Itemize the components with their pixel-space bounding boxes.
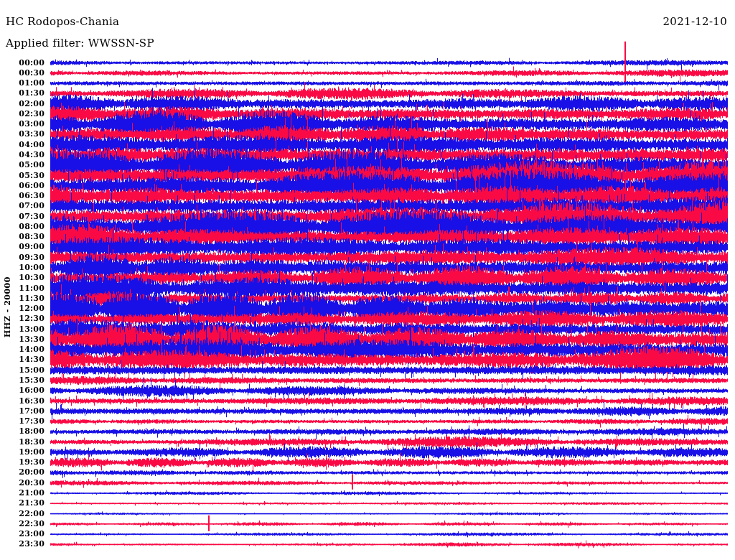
time-label-12-00: 12:00 xyxy=(0,304,45,313)
time-label-05-00: 05:00 xyxy=(0,161,45,169)
time-label-04-30: 04:30 xyxy=(0,151,45,159)
time-label-06-30: 06:30 xyxy=(0,192,45,200)
time-label-16-00: 16:00 xyxy=(0,386,45,395)
time-label-23-00: 23:00 xyxy=(0,530,45,538)
time-label-03-30: 03:30 xyxy=(0,130,45,139)
time-label-19-30: 19:30 xyxy=(0,458,45,467)
time-label-01-00: 01:00 xyxy=(0,79,45,88)
time-label-11-30: 11:30 xyxy=(0,294,45,303)
station-title: HC Rodopos-Chania xyxy=(6,15,119,28)
time-label-14-00: 14:00 xyxy=(0,345,45,354)
time-label-10-30: 10:30 xyxy=(0,274,45,282)
time-label-03-00: 03:00 xyxy=(0,120,45,129)
helicorder-page: HC Rodopos-Chania 2021-12-10 Applied fil… xyxy=(0,0,735,560)
time-label-04-00: 04:00 xyxy=(0,141,45,149)
time-label-15-30: 15:30 xyxy=(0,376,45,385)
time-label-20-30: 20:30 xyxy=(0,479,45,487)
time-label-06-00: 06:00 xyxy=(0,182,45,190)
time-label-16-30: 16:30 xyxy=(0,397,45,406)
time-label-02-00: 02:00 xyxy=(0,100,45,108)
seismogram-trace-canvas xyxy=(0,0,735,560)
time-label-20-00: 20:00 xyxy=(0,468,45,477)
time-label-01-30: 01:30 xyxy=(0,89,45,98)
time-label-10-00: 10:00 xyxy=(0,263,45,272)
time-label-19-00: 19:00 xyxy=(0,448,45,457)
time-label-00-30: 00:30 xyxy=(0,69,45,78)
filter-label: Applied filter: WWSSN-SP xyxy=(6,37,154,50)
time-label-14-30: 14:30 xyxy=(0,355,45,364)
time-label-23-30: 23:30 xyxy=(0,540,45,549)
time-label-18-30: 18:30 xyxy=(0,438,45,447)
time-label-12-30: 12:30 xyxy=(0,314,45,323)
time-label-22-00: 22:00 xyxy=(0,510,45,518)
time-label-21-30: 21:30 xyxy=(0,499,45,508)
time-label-13-30: 13:30 xyxy=(0,335,45,344)
time-label-07-00: 07:00 xyxy=(0,202,45,210)
time-label-13-00: 13:00 xyxy=(0,325,45,334)
time-label-07-30: 07:30 xyxy=(0,213,45,221)
time-label-18-00: 18:00 xyxy=(0,427,45,436)
time-label-00-00: 00:00 xyxy=(0,59,45,67)
time-label-08-30: 08:30 xyxy=(0,233,45,241)
time-label-09-00: 09:00 xyxy=(0,243,45,251)
time-label-15-00: 15:00 xyxy=(0,366,45,375)
time-label-22-30: 22:30 xyxy=(0,520,45,528)
time-label-08-00: 08:00 xyxy=(0,223,45,231)
time-label-17-00: 17:00 xyxy=(0,407,45,416)
time-label-21-00: 21:00 xyxy=(0,489,45,498)
time-label-17-30: 17:30 xyxy=(0,417,45,426)
time-label-11-00: 11:00 xyxy=(0,284,45,293)
time-label-09-30: 09:30 xyxy=(0,253,45,262)
time-label-05-30: 05:30 xyxy=(0,172,45,180)
date-label: 2021-12-10 xyxy=(663,15,727,28)
time-label-02-30: 02:30 xyxy=(0,110,45,118)
